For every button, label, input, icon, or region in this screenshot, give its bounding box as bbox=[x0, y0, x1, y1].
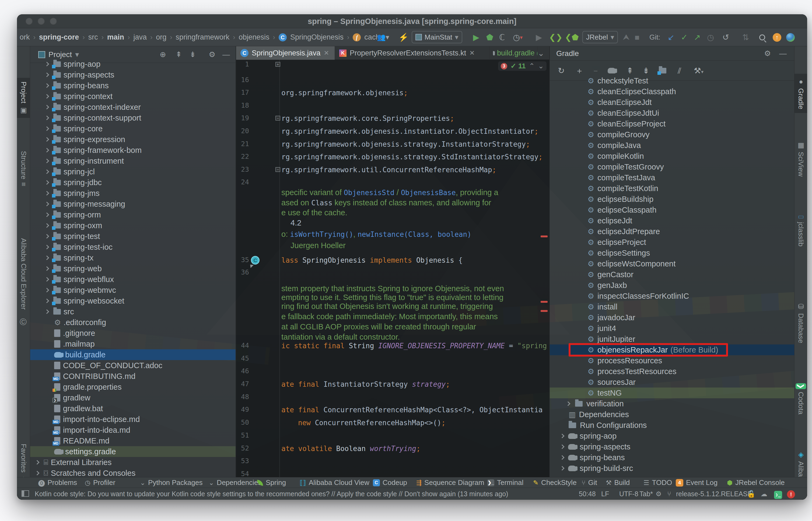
hide-icon[interactable]: — bbox=[779, 46, 787, 61]
run-configuration-select[interactable]: MainStat▾ bbox=[412, 31, 462, 43]
tree-row[interactable]: MDimport-into-eclipse.md bbox=[30, 414, 236, 425]
tree-row[interactable]: spring-webflux bbox=[30, 274, 236, 285]
tree-row[interactable]: src bbox=[30, 306, 236, 317]
stripe-tab-sciview[interactable]: ▦SciView bbox=[794, 141, 807, 177]
tree-row[interactable]: spring-jdbc bbox=[30, 177, 236, 188]
cloud-settings-icon[interactable]: ☁ bbox=[761, 488, 767, 500]
toolwindow-toggle-icon[interactable] bbox=[22, 488, 29, 500]
tree-row[interactable]: spring-web bbox=[30, 263, 236, 274]
toolwindow-button-profiler[interactable]: ◷Profiler bbox=[85, 477, 115, 488]
gradle-tree-row[interactable]: ⚙cleanEclipseClasspath bbox=[550, 86, 794, 97]
profiler-icon[interactable]: ◷▾ bbox=[513, 28, 523, 46]
user-icon[interactable]: 👥▾ bbox=[377, 28, 389, 46]
toolwindow-button-todo[interactable]: ☰TODO bbox=[643, 477, 672, 488]
tree-row[interactable]: settings.gradle bbox=[30, 446, 236, 457]
gradle-tree-row[interactable]: ⚙compileTestGroovy bbox=[550, 161, 794, 172]
gradle-tree-row[interactable]: ⚙compileJava bbox=[550, 140, 794, 151]
tree-row[interactable]: MDimport-into-idea.md bbox=[30, 425, 236, 435]
indent-style[interactable]: Tab* bbox=[639, 488, 653, 500]
error-badge-icon[interactable]: ! bbox=[787, 488, 795, 500]
gradle-tree-row[interactable]: verification bbox=[550, 398, 794, 409]
gradle-tree-row[interactable]: ⚙sourcesJar bbox=[550, 377, 794, 387]
tree-row[interactable]: ❯gradlew bbox=[30, 392, 236, 403]
gradle-tree-row[interactable]: ⚙compileGroovy bbox=[550, 129, 794, 140]
tree-row[interactable]: spring-websocket bbox=[30, 295, 236, 306]
breadcrumb-item[interactable]: spring-core bbox=[39, 33, 79, 41]
toolwindow-button-build[interactable]: ⚒Build bbox=[606, 477, 630, 488]
tree-row[interactable]: .mailmap bbox=[30, 339, 236, 349]
tree-row[interactable]: spring-beans bbox=[30, 80, 236, 91]
git-push-icon[interactable]: ↗ bbox=[694, 28, 701, 46]
editor-tab[interactable]: KPropertyResolverExtensionsTests.kt✕ bbox=[335, 46, 489, 60]
search-icon[interactable] bbox=[759, 28, 765, 46]
toolwindow-button-checkstyle[interactable]: ✎CheckStyle bbox=[533, 477, 577, 488]
run-button[interactable]: ▶ bbox=[473, 28, 479, 46]
tree-row[interactable]: spring-jms bbox=[30, 188, 236, 199]
breadcrumb-item[interactable]: ork bbox=[20, 33, 30, 41]
close-icon[interactable]: ✕ bbox=[469, 49, 475, 57]
gradle-tree-row[interactable]: ⚙eclipseClasspath bbox=[550, 205, 794, 215]
coverage-icon[interactable]: ℂ bbox=[499, 28, 505, 46]
gradle-tree-row[interactable]: ⚙checkstyleTest bbox=[550, 75, 794, 86]
tree-row[interactable]: ⚙.editorconfig bbox=[30, 317, 236, 328]
fold-toggle-icon[interactable]: − bbox=[276, 167, 280, 172]
git-update-icon[interactable]: ↙ bbox=[668, 28, 675, 46]
stripe-tab-codota[interactable]: ❯Codota bbox=[794, 383, 807, 414]
tree-row[interactable]: spring-context-support bbox=[30, 112, 236, 123]
stripe-tab-database[interactable]: ⛁Database bbox=[794, 302, 807, 343]
gradle-sync-icon[interactable] bbox=[786, 28, 795, 46]
file-encoding[interactable]: UTF-8 bbox=[619, 488, 638, 500]
tree-row[interactable]: spring-aop bbox=[30, 59, 236, 69]
gradle-tree-row[interactable]: ⚙processTestResources bbox=[550, 366, 794, 377]
gradle-tree-row[interactable]: ⚙eclipseJdt bbox=[550, 215, 794, 226]
toolwindow-button-problems[interactable]: ⓿Problems bbox=[38, 477, 77, 488]
jrebel-select[interactable]: JRebel▾ bbox=[583, 31, 618, 43]
tab-list-chevron-icon[interactable]: ⌄ bbox=[537, 46, 544, 60]
gradle-tree-row[interactable]: ⚙compileKotlin bbox=[550, 151, 794, 161]
jrebel-run-icon[interactable]: ❮❯ bbox=[549, 28, 563, 46]
tree-row[interactable]: ⌼Scratches and Consoles bbox=[30, 468, 236, 478]
gradle-tree-row[interactable]: ⚙eclipseJdtPrepare bbox=[550, 226, 794, 237]
tree-row[interactable]: spring-tx bbox=[30, 252, 236, 263]
gradle-tree-row[interactable]: ⚙genCastor bbox=[550, 269, 794, 280]
gradle-tree-row[interactable]: ⚙junit4 bbox=[550, 323, 794, 334]
rollback-icon[interactable]: ↺ bbox=[722, 28, 729, 46]
gradle-tree-row[interactable]: ⚙compileTestKotlin bbox=[550, 183, 794, 194]
tree-row[interactable]: spring-jcl bbox=[30, 166, 236, 177]
gradle-tree-row[interactable]: ⚙eclipseProject bbox=[550, 237, 794, 248]
tree-row[interactable]: spring-context-indexer bbox=[30, 102, 236, 112]
tree-row[interactable]: CODE_OF_CONDUCT.adoc bbox=[30, 360, 236, 371]
tree-row[interactable]: spring-test bbox=[30, 231, 236, 242]
toolwindow-button-git[interactable]: ⑂Git bbox=[581, 477, 597, 488]
tree-row[interactable]: build.gradle bbox=[30, 349, 236, 360]
gradle-tree-row[interactable]: ⚙testNG bbox=[550, 387, 794, 398]
gradle-tree-row[interactable]: ⚙eclipseBuildship bbox=[550, 194, 794, 205]
gradle-tree-row[interactable]: ▥Dependencies bbox=[550, 409, 794, 420]
tree-row[interactable]: spring-oxm bbox=[30, 220, 236, 231]
toolwindow-button-codeup[interactable]: CCodeup bbox=[373, 477, 407, 488]
gradle-tree-row[interactable]: spring-build-src bbox=[550, 463, 794, 474]
jrebel-debug-icon[interactable]: ❮⬟ bbox=[565, 28, 578, 46]
breadcrumb-item[interactable]: org bbox=[156, 33, 167, 41]
gradle-tree-row[interactable]: spring-aop bbox=[550, 431, 794, 441]
update-icon[interactable]: ↑ bbox=[773, 28, 781, 46]
status-message[interactable]: Kotlin code style: Do you want to update… bbox=[35, 488, 508, 500]
tree-row[interactable]: gradle.properties bbox=[30, 382, 236, 392]
toolwindow-button-dependencies[interactable]: ⌄Dependencies bbox=[209, 477, 261, 488]
gradle-tree-row[interactable]: ⚙cleanEclipseProject bbox=[550, 118, 794, 129]
tree-row[interactable]: MDREADME.md bbox=[30, 435, 236, 446]
fold-toggle-icon[interactable]: − bbox=[276, 116, 280, 120]
gradle-tree-row[interactable]: ⚙javadocJar bbox=[550, 312, 794, 323]
tree-row[interactable]: spring-test-ioc bbox=[30, 242, 236, 252]
gradle-tree-row[interactable]: Run Configurations bbox=[550, 420, 794, 431]
inspection-widget[interactable]: 3 ✓ 11 ⌃⌄ bbox=[498, 61, 547, 71]
gradle-tree-row[interactable]: ⚙genJaxb bbox=[550, 280, 794, 291]
breadcrumb-item[interactable]: objenesis bbox=[239, 33, 269, 41]
gradle-tree-row[interactable]: spring-beans bbox=[550, 452, 794, 463]
gradle-tree-row[interactable]: ⚙processResources bbox=[550, 355, 794, 366]
tree-row[interactable]: gradlew.bat bbox=[30, 403, 236, 414]
stripe-tab-gradle[interactable]: ●Gradle bbox=[794, 74, 807, 113]
toolwindow-button-jrebel-console[interactable]: ⬢JRebel Console bbox=[727, 477, 785, 488]
editor[interactable]: CSpringObjenesis.java✕KPropertyResolverE… bbox=[236, 46, 549, 477]
gradle-tree-row[interactable]: ⚙compileTestJava bbox=[550, 172, 794, 183]
